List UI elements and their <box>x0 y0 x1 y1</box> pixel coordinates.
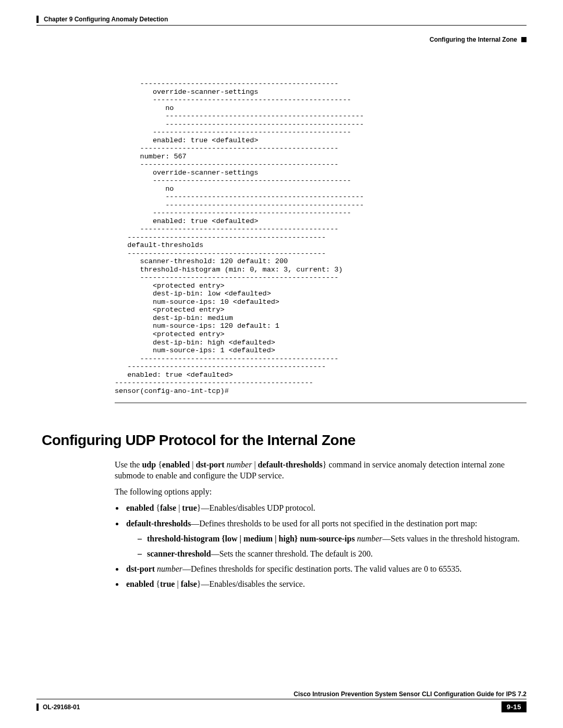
page-header: Chapter 9 Configuring Anomaly Detection … <box>36 16 527 43</box>
page-number: 9-15 <box>501 701 527 712</box>
list-item: enabled {true | false}—Enables/disables … <box>124 578 521 589</box>
output-end-rule <box>115 402 527 403</box>
cmd-dst-port: dst-port <box>195 460 224 469</box>
sub-options-list: threshold-histogram {low | medium | high… <box>138 533 521 559</box>
options-list: enabled {false | true}—Enables/disables … <box>124 502 521 589</box>
arg-number: number <box>226 460 252 469</box>
footer-rule <box>36 699 527 699</box>
doc-id: OL-29168-01 <box>43 704 80 711</box>
section-body: Use the udp {enabled | dst-port number |… <box>115 459 521 589</box>
intro-paragraph: Use the udp {enabled | dst-port number |… <box>115 459 521 481</box>
footer-guide-title: Cisco Intrusion Prevention System Sensor… <box>36 690 527 698</box>
header-bar-icon <box>36 16 39 23</box>
list-item: threshold-histogram {low | medium | high… <box>138 533 521 544</box>
list-item: enabled {false | true}—Enables/disables … <box>124 502 521 513</box>
cmd-udp: udp <box>142 460 156 469</box>
list-item: default-thresholds—Defines thresholds to… <box>124 518 521 559</box>
page-footer: Cisco Intrusion Prevention System Sensor… <box>36 690 527 712</box>
footer-bar-icon <box>36 704 39 711</box>
list-item: scanner-threshold—Sets the scanner thres… <box>138 548 521 559</box>
header-square-icon <box>521 37 527 42</box>
cmd-default-thresholds: default-thresholds <box>258 460 323 469</box>
cmd-enabled: enabled <box>162 460 190 469</box>
options-lead: The following options apply: <box>115 486 521 497</box>
section-heading: Configuring UDP Protocol for the Interna… <box>42 432 527 449</box>
cli-output-block: ----------------------------------------… <box>115 80 527 395</box>
section-label: Configuring the Internal Zone <box>430 36 517 43</box>
list-item: dst-port number—Defines thresholds for s… <box>124 563 521 574</box>
chapter-label: Chapter 9 Configuring Anomaly Detection <box>44 16 168 23</box>
